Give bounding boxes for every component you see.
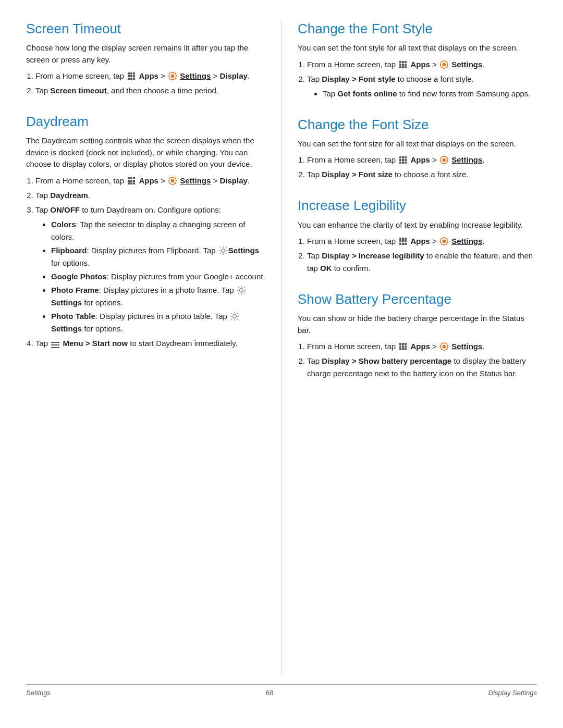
svg-rect-5 (133, 75, 135, 77)
svg-rect-90 (399, 159, 401, 161)
svg-rect-21 (133, 177, 135, 179)
font-style-step-1: From a Home screen, tap (307, 58, 537, 71)
svg-rect-128 (399, 346, 401, 348)
gear-icon-1 (218, 246, 228, 255)
svg-rect-91 (402, 159, 404, 161)
svg-rect-87 (399, 156, 401, 158)
daydream-title: Daydream (26, 114, 266, 130)
daydream-step-1: From a Home screen, tap (35, 175, 266, 187)
svg-rect-66 (51, 344, 59, 346)
svg-line-44 (226, 253, 227, 254)
battery-percentage-intro: You can show or hide the battery charge … (298, 313, 537, 336)
svg-rect-114 (405, 243, 407, 245)
svg-line-61 (231, 313, 232, 314)
settings-label-2: Settings (180, 176, 211, 185)
font-size-steps: From a Home screen, tap (307, 154, 537, 181)
svg-rect-76 (405, 66, 407, 68)
right-column: Change the Font Style You can set the fo… (282, 21, 537, 674)
svg-rect-20 (130, 177, 132, 179)
svg-rect-73 (405, 64, 407, 66)
increase-legibility-step-1: From a Home screen, tap (307, 235, 537, 248)
page-footer: Settings 68 Display Settings (26, 684, 537, 697)
settings-label-frame: Settings (51, 298, 82, 307)
svg-line-122 (447, 244, 447, 244)
svg-line-17 (175, 73, 176, 73)
settings-icon-2 (168, 176, 177, 186)
svg-rect-1 (130, 72, 132, 75)
screen-timeout-label: Screen timeout (50, 86, 106, 95)
svg-point-38 (221, 249, 225, 252)
photo-frame-label: Photo Frame (51, 286, 99, 294)
svg-rect-130 (405, 346, 407, 348)
settings-icon-6 (439, 342, 449, 351)
daydream-option-colors: Colors: Tap the selector to display a ch… (51, 218, 266, 243)
svg-rect-108 (405, 238, 407, 240)
screen-timeout-steps: From a Home screen, tap (35, 70, 266, 97)
svg-rect-109 (399, 240, 401, 242)
svg-line-86 (441, 67, 442, 68)
font-style-section: Change the Font Style You can set the fo… (298, 21, 537, 100)
svg-rect-113 (402, 243, 404, 245)
font-size-section: Change the Font Size You can set the fon… (298, 117, 537, 181)
colors-label: Colors (51, 220, 76, 229)
svg-rect-6 (128, 78, 130, 80)
daydream-step-2: Tap Daydream. (35, 189, 266, 202)
svg-rect-111 (405, 240, 407, 242)
svg-rect-70 (405, 61, 407, 63)
daydream-options: Colors: Tap the selector to display a ch… (51, 218, 266, 335)
footer-left-label: Settings (26, 689, 51, 697)
svg-line-141 (447, 349, 447, 350)
battery-percentage-section: Show Battery Percentage You can show or … (298, 291, 537, 380)
svg-line-83 (441, 61, 442, 61)
svg-line-15 (169, 73, 170, 73)
svg-line-85 (447, 61, 447, 61)
svg-line-43 (219, 247, 221, 248)
svg-line-64 (231, 319, 232, 320)
svg-line-62 (237, 319, 238, 320)
ok-label: OK (320, 264, 332, 273)
apps-icon-4 (398, 155, 408, 165)
gear-icon-3 (230, 312, 239, 321)
svg-line-143 (441, 349, 442, 350)
font-size-intro: You can set the font size for all text t… (298, 138, 537, 150)
increase-legibility-steps: From a Home screen, tap (307, 235, 537, 275)
onoff-label: ON/OFF (50, 205, 80, 214)
svg-rect-93 (399, 162, 401, 164)
font-style-title: Change the Font Style (298, 21, 537, 37)
svg-rect-75 (402, 66, 404, 68)
font-style-step-2: Tap Display > Font style to choose a fon… (307, 73, 537, 100)
daydream-option-photo-table: Photo Table: Display pictures in a photo… (51, 310, 266, 335)
apps-label-5: Apps (410, 237, 430, 245)
settings-label-6: Settings (451, 342, 482, 351)
svg-point-135 (443, 345, 446, 349)
svg-line-53 (244, 293, 245, 294)
svg-rect-26 (130, 182, 132, 184)
flipboard-label: Flipboard (51, 246, 87, 255)
settings-label-1: Settings (180, 71, 211, 80)
svg-rect-19 (128, 177, 130, 179)
svg-rect-24 (133, 180, 135, 182)
svg-line-37 (169, 183, 170, 184)
apps-label-6: Apps (410, 342, 430, 351)
photo-table-label: Photo Table (51, 312, 95, 320)
svg-rect-125 (399, 343, 401, 345)
apps-label-3: Apps (410, 60, 430, 69)
battery-percentage-steps: From a Home screen, tap (307, 340, 537, 380)
settings-icon-3 (439, 60, 449, 69)
svg-line-46 (219, 253, 221, 254)
settings-label-table: Settings (51, 324, 82, 333)
apps-icon-2 (127, 176, 136, 186)
apps-label-4: Apps (410, 155, 430, 164)
apps-icon-5 (398, 237, 408, 246)
svg-rect-25 (128, 182, 130, 184)
screen-timeout-title: Screen Timeout (26, 21, 266, 37)
settings-label-5: Settings (451, 237, 482, 245)
svg-point-116 (443, 240, 446, 243)
svg-rect-92 (405, 159, 407, 161)
svg-rect-3 (128, 75, 130, 77)
display-font-style-label: Display > Font style (322, 75, 395, 83)
svg-line-18 (169, 79, 170, 79)
display-label-1: Display (219, 71, 247, 80)
increase-legibility-title: Increase Legibility (298, 198, 537, 214)
gear-icon-2 (237, 286, 246, 295)
